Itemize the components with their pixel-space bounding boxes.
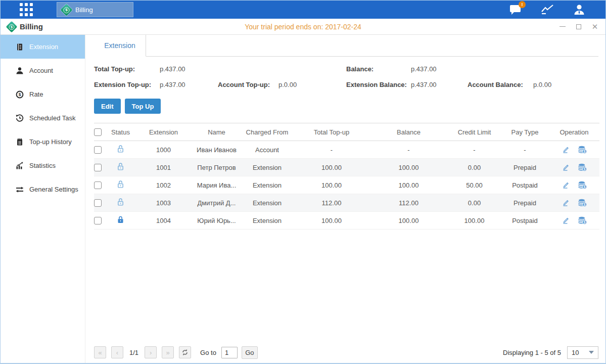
total-topup-cell: 100.00 [294, 176, 369, 194]
ledger-icon [16, 43, 24, 51]
status-cell [107, 159, 134, 176]
topbar-tab-billing[interactable]: $ Billing [57, 2, 133, 17]
top-up-row-icon[interactable]: $ [578, 216, 587, 224]
charged-from-cell: Extension [241, 194, 294, 212]
account-balance-value: p.0.00 [533, 81, 598, 88]
name-cell: Юрий Юрь... [193, 212, 241, 230]
table-row[interactable]: 1003Дмитрий Д...Extension112.00112.000.0… [94, 194, 599, 212]
status-cell [107, 141, 134, 159]
credit-limit-cell: 50.00 [448, 176, 501, 194]
pay-type-cell: Prepaid [501, 194, 549, 212]
pagination-bar: « ‹ 1/1 › » Go to Go Displaying [94, 342, 598, 363]
edit-row-icon[interactable] [562, 216, 570, 224]
operation-cell: $ [549, 141, 599, 159]
top-up-row-icon[interactable]: $ [578, 146, 587, 154]
select-all-checkbox[interactable] [94, 128, 102, 136]
sidebar-item-general-settings[interactable]: General Settings [1, 177, 85, 201]
status-cell [107, 176, 134, 194]
row-checkbox[interactable] [94, 181, 102, 189]
top-up-row-icon[interactable]: $ [578, 163, 587, 171]
table-row[interactable]: 1000Иван ИвановAccount----$ [94, 141, 599, 159]
main-content: Extension Total Top-up: p.437.00 Extensi… [85, 35, 605, 363]
extension-cell: 1001 [134, 159, 193, 176]
sidebar-item-topup-history[interactable]: Top-up History [1, 130, 85, 154]
reports-icon[interactable] [541, 4, 554, 15]
page-indicator: 1/1 [129, 349, 138, 356]
balance-label: Balance: [346, 65, 411, 73]
top-bar: $ Billing ! [1, 1, 605, 19]
sidebar-item-extension[interactable]: Extension [1, 35, 85, 59]
name-cell: Дмитрий Д... [193, 194, 241, 212]
charged-from-cell: Extension [241, 176, 294, 194]
app-launcher-icon[interactable] [20, 3, 33, 16]
column-header-pay-type: Pay Type [501, 123, 549, 141]
sidebar-item-scheduled-task[interactable]: Scheduled Task [1, 106, 85, 130]
extension-cell: 1003 [134, 194, 193, 212]
balance-cell: 100.00 [369, 159, 448, 176]
extension-cell: 1000 [134, 141, 193, 159]
sidebar-item-label: Statistics [29, 162, 56, 169]
edit-row-icon[interactable] [562, 146, 570, 154]
refresh-button[interactable] [179, 346, 191, 358]
last-page-button[interactable]: » [162, 346, 174, 358]
go-button[interactable]: Go [242, 346, 258, 359]
account-topup-label: Account Top-up: [218, 81, 278, 88]
account-balance-label: Account Balance: [468, 81, 533, 88]
top-up-row-icon[interactable]: $ [578, 181, 587, 189]
table-row[interactable]: 1004Юрий Юрь...Extension100.00100.00100.… [94, 212, 599, 230]
name-cell: Иван Иванов [193, 141, 241, 159]
svg-text:$: $ [584, 203, 586, 207]
table-row[interactable]: 1001Петр ПетровExtension100.00100.000.00… [94, 159, 599, 176]
close-icon[interactable]: ✕ [591, 23, 598, 30]
pay-type-cell: Prepaid [501, 159, 549, 176]
maximize-icon[interactable] [575, 23, 582, 30]
edit-row-icon[interactable] [562, 199, 570, 207]
first-page-button[interactable]: « [94, 346, 106, 358]
edit-row-icon[interactable] [562, 181, 570, 189]
next-page-button[interactable]: › [145, 346, 157, 358]
row-checkbox[interactable] [94, 217, 102, 224]
operation-cell: $ [549, 176, 599, 194]
operation-cell: $ [549, 194, 599, 212]
row-checkbox[interactable] [94, 199, 102, 207]
account-topup-value: p.0.00 [278, 81, 346, 88]
window-controls: ✕ [559, 23, 598, 30]
tab-strip: Extension [94, 35, 598, 57]
sidebar-item-rate[interactable]: $ Rate [1, 82, 85, 106]
sidebar-item-account[interactable]: Account [1, 59, 85, 82]
svg-text:$: $ [19, 92, 21, 97]
page-size-value: 10 [572, 349, 579, 356]
history-clock-icon [16, 114, 24, 122]
tab-extension[interactable]: Extension [94, 35, 146, 57]
row-checkbox[interactable] [94, 146, 102, 154]
column-header-balance: Balance [369, 123, 448, 141]
balance-cell: 100.00 [369, 176, 448, 194]
billing-app-icon: $ [6, 21, 18, 32]
page-size-select[interactable]: 10 [567, 346, 598, 359]
name-cell: Петр Петров [193, 159, 241, 176]
top-up-row-icon[interactable]: $ [578, 199, 587, 207]
balance-cell: - [369, 141, 448, 159]
prev-page-button[interactable]: ‹ [111, 346, 123, 358]
goto-page-input[interactable] [221, 347, 238, 358]
total-topup-label: Total Top-up: [94, 65, 160, 73]
top-up-button[interactable]: Top Up [125, 99, 161, 114]
sidebar-item-label: Account [29, 67, 53, 74]
row-checkbox[interactable] [94, 164, 102, 171]
extensions-table: Status Extension Name Charged From Total… [94, 123, 599, 230]
tab-label: Extension [104, 41, 135, 50]
edit-row-icon[interactable] [562, 163, 570, 171]
minimize-icon[interactable] [559, 23, 566, 30]
messages-icon[interactable]: ! [509, 4, 522, 15]
credit-limit-cell: 100.00 [448, 212, 501, 230]
credit-limit-cell: 0.00 [448, 194, 501, 212]
extension-balance-label: Extension Balance: [346, 81, 411, 88]
credit-limit-cell: 0.00 [448, 159, 501, 176]
table-row[interactable]: 1002Мария Ива...Extension100.00100.0050.… [94, 176, 599, 194]
edit-button[interactable]: Edit [94, 99, 121, 114]
svg-text:$: $ [584, 150, 586, 154]
status-cell [107, 194, 134, 212]
user-icon[interactable] [573, 4, 585, 15]
sidebar-item-statistics[interactable]: Statistics [1, 154, 85, 177]
sidebar-item-label: General Settings [29, 186, 78, 193]
